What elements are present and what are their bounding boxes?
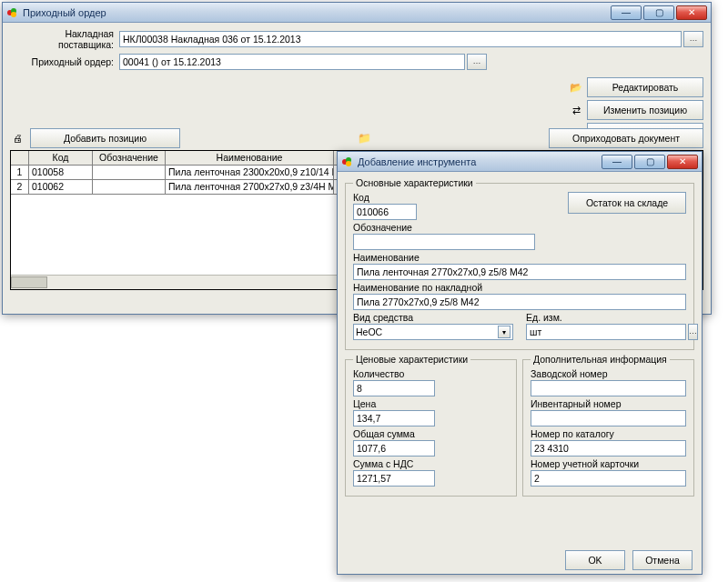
th-idx[interactable]: [11, 151, 29, 166]
cell: [93, 166, 166, 180]
post-doc-button[interactable]: Оприходовать документ: [549, 128, 703, 148]
cancel-button[interactable]: Отмена: [632, 550, 693, 570]
lbl-code: Код: [353, 192, 559, 203]
input-qty[interactable]: 8: [353, 380, 435, 396]
lbl-vid: Вид средства: [353, 312, 513, 323]
svg-point-2: [11, 12, 16, 17]
lbl-namedoc: Наименование по накладной: [353, 282, 686, 293]
cell: 010058: [29, 166, 93, 180]
lbl-factory: Заводской номер: [531, 368, 686, 379]
input-vat[interactable]: 1271,57: [353, 470, 435, 487]
stock-button[interactable]: Остаток на складе: [568, 192, 686, 214]
main-title: Приходный ордер: [23, 7, 611, 18]
change-pos-button[interactable]: Изменить позицию: [587, 100, 703, 120]
input-price[interactable]: 134,7: [353, 410, 435, 426]
lbl-desig: Обозначение: [353, 222, 686, 233]
lbl-catalog: Номер по каталогу: [531, 428, 686, 439]
svg-point-5: [346, 161, 351, 166]
app-icon: [6, 6, 19, 19]
input-code[interactable]: 010066: [353, 204, 417, 220]
dialog-titlebar[interactable]: Добавление инструмента ― ▢ ✕: [338, 152, 702, 172]
lbl-price: Цена: [353, 398, 509, 409]
main-titlebar[interactable]: Приходный ордер ― ▢ ✕: [3, 3, 711, 23]
dialog-close-button[interactable]: ✕: [667, 155, 698, 169]
th-desig[interactable]: Обозначение: [93, 151, 166, 166]
supplier-label: Накладная поставщика:: [10, 28, 119, 50]
print-icon[interactable]: 🖨: [10, 131, 25, 146]
input-card[interactable]: 2: [531, 470, 686, 487]
close-button[interactable]: ✕: [676, 5, 707, 20]
section-main-legend: Основные характеристики: [353, 177, 476, 188]
cell: Пила ленточная 2300x20x0,9 z10/14 M42: [166, 166, 334, 180]
dialog-window: Добавление инструмента ― ▢ ✕ Основные ха…: [337, 151, 703, 575]
cell: 1: [11, 166, 29, 180]
input-catalog[interactable]: 23 4310: [531, 440, 686, 457]
section-main: Основные характеристики Код 010066 Остат…: [345, 177, 694, 350]
input-sum[interactable]: 1077,6: [353, 440, 435, 457]
ed-picker[interactable]: …: [688, 324, 698, 340]
lbl-inv: Инвентарный номер: [531, 398, 686, 409]
edit-icon: 📂: [569, 80, 583, 95]
section-price-legend: Ценовые характеристики: [353, 354, 470, 365]
section-extra-legend: Дополнительная информация: [531, 354, 670, 365]
input-factory[interactable]: [531, 380, 686, 396]
maximize-button[interactable]: ▢: [643, 5, 674, 20]
input-ed[interactable]: шт: [526, 324, 686, 340]
th-name[interactable]: Наименование: [166, 151, 334, 166]
supplier-picker[interactable]: …: [683, 31, 703, 47]
cell: [93, 180, 166, 195]
lbl-name: Наименование: [353, 252, 686, 263]
input-inv[interactable]: [531, 410, 686, 426]
dialog-title: Добавление инструмента: [358, 156, 602, 167]
cell: 2: [11, 180, 29, 195]
section-extra: Дополнительная информация Заводской номе…: [522, 354, 694, 497]
input-namedoc[interactable]: Пила 2770x27x0,9 z5/8 M42: [353, 294, 686, 310]
minimize-button[interactable]: ―: [611, 5, 642, 20]
select-vid[interactable]: НеОС ▾: [353, 324, 513, 340]
lbl-ed: Ед. изм.: [526, 312, 686, 323]
lbl-sum: Общая сумма: [353, 428, 509, 439]
open-icon[interactable]: 📁: [358, 131, 372, 146]
input-desig[interactable]: [353, 234, 535, 250]
cell: 010062: [29, 180, 93, 195]
add-pos-button[interactable]: Добавить позицию: [30, 128, 180, 148]
order-picker[interactable]: …: [467, 54, 487, 70]
lbl-qty: Количество: [353, 368, 509, 379]
change-pos-icon: ⇄: [569, 103, 583, 117]
supplier-input[interactable]: НКЛ00038 Накладная 036 от 15.12.2013: [119, 31, 682, 47]
app-icon: [341, 156, 354, 168]
edit-button[interactable]: Редактировать: [587, 77, 703, 97]
input-name[interactable]: Пила ленточная 2770x27x0,9 z5/8 M42: [353, 264, 686, 280]
th-code[interactable]: Код: [29, 151, 93, 166]
cell: Пила ленточная 2700x27x0,9 z3/4H M51: [166, 180, 334, 195]
lbl-card: Номер учетной карточки: [531, 458, 686, 469]
dialog-minimize-button[interactable]: ―: [602, 155, 632, 169]
order-input[interactable]: 00041 () от 15.12.2013: [119, 54, 465, 70]
dialog-maximize-button[interactable]: ▢: [634, 155, 665, 169]
ok-button[interactable]: OK: [565, 550, 625, 570]
order-label: Приходный ордер:: [10, 56, 119, 67]
chevron-down-icon: ▾: [498, 326, 511, 338]
section-price: Ценовые характеристики Количество8 Цена1…: [345, 354, 517, 497]
lbl-vat: Сумма с НДС: [353, 458, 509, 469]
